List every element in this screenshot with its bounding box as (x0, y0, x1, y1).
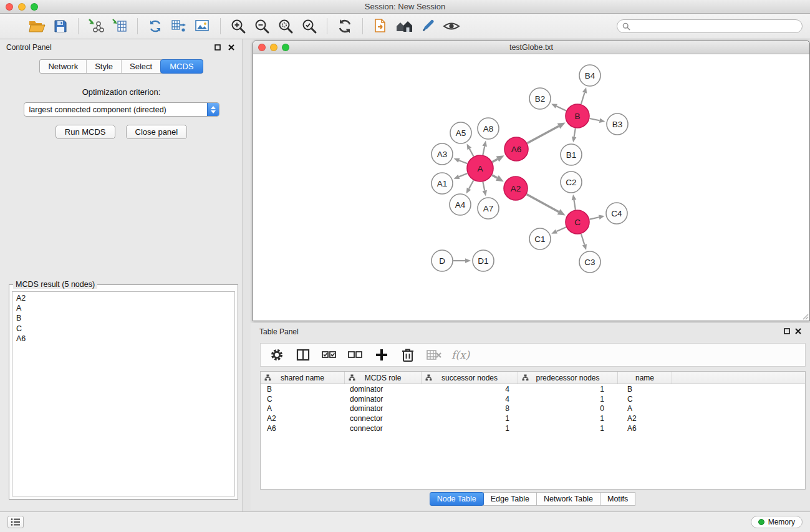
graph-edge[interactable] (551, 104, 566, 110)
network-close-button[interactable] (258, 44, 266, 51)
graph-edge[interactable] (581, 87, 587, 104)
zoom-in-button[interactable] (226, 16, 250, 37)
graph-edge[interactable] (572, 128, 577, 143)
graph-edge[interactable] (466, 180, 474, 193)
show-panels-button[interactable] (7, 516, 24, 528)
graph-node-B[interactable]: B (566, 104, 589, 128)
graph-node-A3[interactable]: A3 (432, 143, 453, 165)
tab-edge-table[interactable]: Edge Table (483, 492, 537, 506)
delete-rows-button[interactable] (399, 346, 417, 364)
column-header-predecessor-nodes[interactable]: predecessor nodes (518, 372, 618, 384)
column-header-shared-name[interactable]: shared name (261, 372, 345, 384)
maximize-window-button[interactable] (31, 3, 38, 11)
mcds-result-item[interactable]: C (12, 324, 234, 334)
network-maximize-button[interactable] (282, 44, 289, 51)
graph-edge[interactable] (581, 234, 587, 250)
delete-column-button[interactable] (425, 346, 443, 364)
column-header-name[interactable]: name (618, 372, 672, 384)
graph-node-C1[interactable]: C1 (529, 228, 551, 249)
network-canvas[interactable]: AA6A2BCA5A8A3A1A4A7B2B4B3B1C2C4C1C3DD1 (253, 54, 809, 321)
tab-network-table[interactable]: Network Table (536, 492, 600, 506)
graph-node-D1[interactable]: D1 (473, 250, 494, 271)
open-session-doc-button[interactable] (369, 16, 392, 37)
graph-node-B1[interactable]: B1 (561, 144, 582, 165)
tab-motifs[interactable]: Motifs (600, 492, 635, 506)
minimize-window-button[interactable] (18, 3, 26, 11)
graph-node-B4[interactable]: B4 (579, 65, 600, 86)
graph-node-A7[interactable]: A7 (478, 198, 499, 219)
optimization-criterion-select[interactable]: largest connected component (directed) (24, 102, 219, 117)
graph-node-A2[interactable]: A2 (504, 177, 528, 200)
graph-node-A8[interactable]: A8 (478, 118, 499, 139)
graph-node-A6[interactable]: A6 (504, 137, 528, 161)
graph-edge[interactable] (590, 215, 605, 220)
tab-node-table[interactable]: Node Table (430, 492, 484, 506)
network-from-table-button[interactable] (167, 16, 191, 37)
graph-edge[interactable] (590, 118, 605, 123)
network-window-titlebar[interactable]: testGlobe.txt (253, 41, 809, 54)
graph-node-C3[interactable]: C3 (579, 251, 600, 273)
tab-network[interactable]: Network (40, 60, 87, 73)
show-graphics-button[interactable] (440, 16, 463, 37)
table-row[interactable]: Adominator80A (261, 404, 805, 414)
apply-layout-button[interactable] (333, 16, 357, 37)
close-panel-button[interactable] (226, 42, 236, 52)
clone-network-button[interactable] (143, 16, 167, 37)
save-session-button[interactable] (49, 16, 72, 37)
table-row[interactable]: Cdominator41C (261, 394, 805, 404)
zoom-out-button[interactable] (250, 16, 274, 37)
network-minimize-button[interactable] (270, 44, 277, 51)
column-header-mcds-role[interactable]: MCDS role (345, 372, 422, 384)
close-panel-action-button[interactable]: Close panel (126, 125, 188, 139)
export-image-button[interactable] (191, 16, 215, 37)
graph-edge[interactable] (483, 182, 487, 196)
graph-edge[interactable] (483, 141, 487, 155)
home-view-button[interactable] (392, 16, 416, 37)
graph-node-A5[interactable]: A5 (450, 122, 471, 143)
select-all-rows-button[interactable] (321, 346, 338, 364)
mcds-result-item[interactable]: B (12, 313, 234, 323)
mcds-result-item[interactable]: A2 (12, 293, 234, 303)
graph-edge[interactable] (453, 258, 471, 263)
graph-node-B2[interactable]: B2 (529, 88, 551, 109)
table-row[interactable]: A6connector11A6 (261, 423, 805, 433)
graph-node-A[interactable]: A (467, 155, 493, 181)
import-network-button[interactable] (84, 16, 108, 37)
table-row[interactable]: A2connector11A2 (261, 414, 805, 423)
mcds-result-item[interactable]: A6 (12, 334, 234, 344)
table-settings-button[interactable] (268, 346, 286, 364)
table-row[interactable]: Bdominator41B (261, 384, 805, 394)
memory-button[interactable]: Memory (751, 516, 803, 528)
column-header-successor-nodes[interactable]: successor nodes (422, 372, 518, 384)
close-table-panel-button[interactable] (795, 327, 801, 336)
graph-node-C4[interactable]: C4 (606, 203, 627, 224)
graph-edge[interactable] (492, 175, 504, 181)
graph-node-C[interactable]: C (566, 210, 589, 234)
split-column-button[interactable] (294, 346, 312, 364)
search-box[interactable] (617, 19, 803, 33)
graph-node-C2[interactable]: C2 (561, 172, 582, 193)
graph-node-D[interactable]: D (432, 250, 453, 271)
zoom-selected-button[interactable] (297, 16, 321, 37)
close-window-button[interactable] (6, 3, 13, 11)
add-row-button[interactable] (373, 346, 390, 364)
import-table-button[interactable] (108, 16, 132, 37)
resize-grip-icon[interactable] (801, 312, 809, 320)
open-session-button[interactable] (25, 16, 49, 37)
graph-edge[interactable] (454, 158, 468, 164)
mcds-result-item[interactable]: A (12, 303, 234, 313)
graph-node-B3[interactable]: B3 (607, 114, 628, 135)
unselect-all-rows-button[interactable] (347, 346, 364, 364)
run-mcds-button[interactable]: Run MCDS (55, 125, 115, 139)
float-table-panel-button[interactable] (784, 327, 790, 336)
graph-edge[interactable] (528, 122, 566, 143)
tab-style[interactable]: Style (87, 60, 122, 73)
function-builder-button[interactable]: f(x) (451, 346, 470, 364)
apply-style-button[interactable] (416, 16, 440, 37)
search-input[interactable] (634, 22, 797, 31)
graph-edge[interactable] (492, 155, 504, 162)
zoom-fit-button[interactable] (274, 16, 297, 37)
graph-node-A4[interactable]: A4 (450, 194, 471, 215)
float-panel-button[interactable] (213, 42, 223, 52)
graph-node-A1[interactable]: A1 (432, 173, 453, 194)
